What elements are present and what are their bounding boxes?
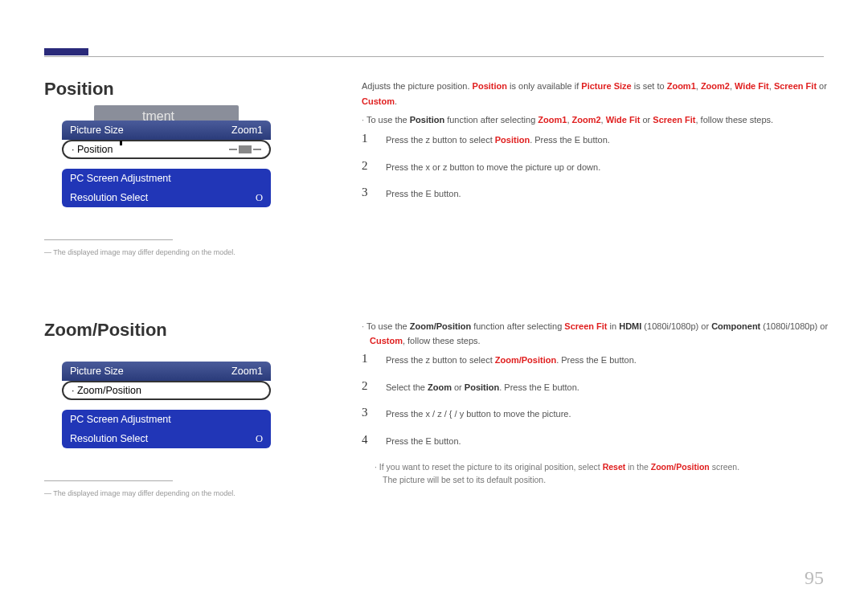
zoomposition-heading: Zoom/Position: [44, 320, 309, 341]
resolution-select-label-2: Resolution Select: [70, 433, 148, 444]
zoomposition-sub-bullets: If you want to reset the picture to its …: [383, 460, 832, 488]
pc-screen-label: PC Screen Adjustment: [70, 173, 171, 184]
menu-pc-screen-adjustment-2: PC Screen Adjustment: [62, 410, 271, 429]
zoomposition-menu-part1: Picture Size Zoom1 · Zoom/Position: [62, 362, 271, 400]
picture-size-value: Zoom1: [231, 125, 263, 136]
picture-size-value-2: Zoom1: [231, 366, 263, 377]
menu-picture-size: Picture Size Zoom1: [62, 121, 271, 140]
zoomposition-menu: Picture Size Zoom1 · Zoom/Position PC Sc…: [62, 362, 271, 448]
header-accent: [44, 48, 88, 55]
disclaimer-rule: [44, 239, 173, 240]
position-steps: 1 Press the z button to select Position.…: [362, 132, 832, 202]
position-bullets: To use the Position function after selec…: [370, 113, 832, 128]
section-position-left: Position tment Picture Size Zoom1 · Posi…: [44, 79, 309, 256]
slider-marker: [120, 141, 122, 145]
position-menu-part1: tment Picture Size Zoom1 · Position: [62, 121, 271, 159]
zoomposition-disclaimer: ― The displayed image may differ dependi…: [44, 489, 309, 497]
zoomposition-steps: 1 Press the z button to select Zoom/Posi…: [362, 352, 832, 448]
position-menu-part2: PC Screen Adjustment Resolution Select O: [62, 169, 271, 207]
menu-resolution-select: Resolution Select O: [62, 188, 271, 207]
menu-picture-size-2: Picture Size Zoom1: [62, 362, 271, 381]
zoomposition-step-3: 3 Press the x / z / { / y button to move…: [362, 406, 832, 422]
section-zoomposition-left: Zoom/Position Picture Size Zoom1 · Zoom/…: [44, 320, 309, 497]
resolution-select-label: Resolution Select: [70, 192, 148, 203]
zoomposition-step-1: 1 Press the z button to select Zoom/Posi…: [362, 352, 832, 368]
zoomposition-menu-part2: PC Screen Adjustment Resolution Select O: [62, 410, 271, 448]
zoomposition-bullets: To use the Zoom/Position function after …: [370, 320, 832, 348]
position-heading: Position: [44, 79, 309, 100]
zoomposition-label: · Zoom/Position: [72, 385, 141, 396]
position-disclaimer: ― The displayed image may differ dependi…: [44, 248, 309, 256]
zoomposition-sub-1: If you want to reset the picture to its …: [383, 460, 832, 488]
header-rule: [44, 56, 824, 57]
position-intro: Adjusts the picture position. Position i…: [362, 79, 832, 108]
zoomposition-step-2: 2 Select the Zoom or Position. Press the…: [362, 379, 832, 395]
section-position-right: Adjusts the picture position. Position i…: [362, 79, 832, 213]
menu-zoomposition-row: · Zoom/Position: [62, 381, 271, 400]
section-zoomposition-right: To use the Zoom/Position function after …: [362, 320, 832, 490]
disclaimer-rule-2: [44, 480, 173, 481]
position-step-1: 1 Press the z button to select Position.…: [362, 132, 832, 148]
menu-resolution-select-2: Resolution Select O: [62, 429, 271, 448]
resolution-select-value-2: O: [256, 433, 263, 445]
position-menu: tment Picture Size Zoom1 · Position PC S…: [62, 121, 271, 207]
zoomposition-bullet-1: To use the Zoom/Position function after …: [370, 320, 832, 348]
zoomposition-step-4: 4 Press the E button.: [362, 433, 832, 449]
position-step-2: 2 Press the x or z button to move the pi…: [362, 159, 832, 175]
slider-icon: [229, 145, 261, 153]
page-number: 95: [805, 567, 824, 589]
picture-size-label-2: Picture Size: [70, 366, 124, 377]
picture-size-label: Picture Size: [70, 125, 124, 136]
pc-screen-label-2: PC Screen Adjustment: [70, 414, 171, 425]
position-step-3: 3 Press the E button.: [362, 186, 832, 202]
position-bullet-1: To use the Position function after selec…: [370, 113, 832, 128]
menu-position-row: · Position: [62, 140, 271, 159]
menu-pc-screen-adjustment: PC Screen Adjustment: [62, 169, 271, 188]
position-label: · Position: [72, 144, 113, 155]
resolution-select-value: O: [256, 192, 263, 204]
